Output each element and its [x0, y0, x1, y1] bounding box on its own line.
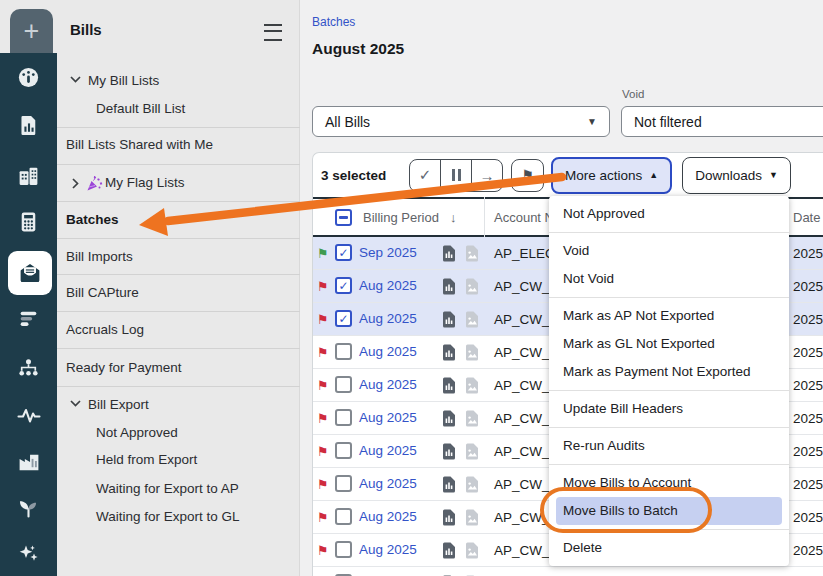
flag-icon[interactable]: ⚑: [317, 311, 329, 328]
flag-icon[interactable]: ⚑: [317, 245, 329, 262]
bill-image-icon[interactable]: [465, 410, 479, 427]
bill-report-icon[interactable]: [442, 410, 456, 427]
bill-image-icon[interactable]: [465, 509, 479, 526]
menu-item-void[interactable]: Void: [549, 237, 789, 265]
sidebar-item-default-bill-list[interactable]: Default Bill List: [57, 95, 300, 123]
row-checkbox[interactable]: [335, 277, 352, 294]
row-checkbox[interactable]: [335, 442, 352, 459]
bill-report-icon[interactable]: [442, 344, 456, 361]
accruals-list-icon[interactable]: [0, 307, 57, 330]
flag-icon[interactable]: ⚑: [317, 377, 329, 394]
billing-period-link[interactable]: Aug 2025: [359, 542, 417, 557]
bill-image-icon[interactable]: [465, 476, 479, 493]
sidebar-item-not-approved[interactable]: Not Approved: [57, 419, 300, 447]
bill-image-icon[interactable]: [465, 245, 479, 262]
bill-report-icon[interactable]: [442, 245, 456, 262]
row-checkbox[interactable]: [335, 409, 352, 426]
sidebar-item-waiting-export-ap[interactable]: Waiting for Export to AP: [57, 475, 300, 503]
billing-period-link[interactable]: Sep 2025: [359, 245, 417, 260]
sidebar-item-accruals-log[interactable]: Accruals Log: [57, 316, 300, 344]
billing-period-link[interactable]: Aug 2025: [359, 344, 417, 359]
billing-period-link[interactable]: Aug 2025: [359, 311, 417, 326]
sort-descending-icon[interactable]: ↓: [450, 210, 457, 225]
sidebar-item-waiting-export-gl[interactable]: Waiting for Export to GL: [57, 503, 300, 531]
bill-report-icon[interactable]: [442, 377, 456, 394]
flag-icon[interactable]: ⚑: [317, 410, 329, 427]
approve-button[interactable]: ✓: [410, 160, 440, 191]
billing-period-link[interactable]: Aug 2025: [359, 443, 417, 458]
bill-image-icon[interactable]: [465, 443, 479, 460]
menu-item-not-approved[interactable]: Not Approved: [549, 200, 789, 228]
row-checkbox[interactable]: [335, 244, 352, 261]
menu-item-update-bill-headers[interactable]: Update Bill Headers: [549, 395, 789, 423]
bill-image-icon[interactable]: [465, 542, 479, 559]
billing-period-link[interactable]: Aug 2025: [359, 377, 417, 392]
factory-icon[interactable]: [0, 450, 57, 473]
sidebar-item-bill-lists-shared[interactable]: Bill Lists Shared with Me: [57, 131, 300, 159]
activity-pulse-icon[interactable]: [0, 404, 57, 427]
bill-report-icon[interactable]: [442, 509, 456, 526]
flag-icon[interactable]: ⚑: [317, 476, 329, 493]
sidebar-item-bill-imports[interactable]: Bill Imports: [57, 243, 300, 271]
billing-period-header[interactable]: Billing Period: [363, 210, 439, 225]
account-header[interactable]: Account N: [494, 210, 554, 225]
billing-period-link[interactable]: Aug 2025: [359, 509, 417, 524]
flag-icon[interactable]: ⚑: [317, 542, 329, 559]
table-row[interactable]: ⚑ Aug 2025 AP_CW_AI: [313, 567, 823, 576]
sidebar-item-held-from-export[interactable]: Held from Export: [57, 446, 300, 474]
row-checkbox[interactable]: [335, 475, 352, 492]
gauge-dashboard-icon[interactable]: [0, 66, 57, 89]
flag-icon[interactable]: ⚑: [317, 443, 329, 460]
hamburger-menu-icon[interactable]: [264, 24, 282, 41]
hold-button[interactable]: [440, 160, 471, 191]
row-checkbox[interactable]: [335, 508, 352, 525]
menu-item-mark-ap-not-exported[interactable]: Mark as AP Not Exported: [549, 302, 789, 330]
billing-period-link[interactable]: Aug 2025: [359, 278, 417, 293]
calculator-icon[interactable]: [0, 210, 57, 234]
bill-report-icon[interactable]: [442, 443, 456, 460]
bill-report-icon[interactable]: [442, 542, 456, 559]
row-checkbox[interactable]: [335, 343, 352, 360]
sidebar-item-bill-export[interactable]: Bill Export: [57, 391, 300, 419]
downloads-button[interactable]: Downloads ▼: [682, 157, 791, 194]
flag-icon[interactable]: ⚑: [317, 344, 329, 361]
bill-list-filter-select[interactable]: All Bills ▼: [312, 106, 610, 137]
select-all-checkbox[interactable]: [335, 209, 352, 226]
org-chart-icon[interactable]: [0, 356, 57, 379]
sparkles-icon[interactable]: [0, 542, 57, 566]
bills-envelope-icon-active[interactable]: [8, 251, 52, 295]
billing-period-link[interactable]: Aug 2025: [359, 476, 417, 491]
flag-icon[interactable]: ⚑: [317, 278, 329, 295]
bill-image-icon[interactable]: [465, 278, 479, 295]
sidebar-item-my-flag-lists[interactable]: My Flag Lists: [57, 169, 300, 197]
menu-item-re-run-audits[interactable]: Re-run Audits: [549, 432, 789, 460]
export-button[interactable]: →: [471, 160, 502, 191]
buildings-icon[interactable]: [0, 164, 57, 187]
bill-report-icon[interactable]: [442, 278, 456, 295]
report-document-icon[interactable]: [0, 114, 57, 137]
sidebar-item-bill-capture[interactable]: Bill CAPture: [57, 279, 300, 307]
plant-icon[interactable]: [0, 496, 57, 519]
menu-item-not-void[interactable]: Not Void: [549, 265, 789, 293]
bill-image-icon[interactable]: [465, 377, 479, 394]
bill-report-icon[interactable]: [442, 311, 456, 328]
sidebar-item-ready-for-payment[interactable]: Ready for Payment: [57, 354, 300, 382]
row-checkbox[interactable]: [335, 376, 352, 393]
void-filter-select[interactable]: Not filtered: [621, 106, 823, 137]
menu-item-delete[interactable]: Delete: [549, 534, 789, 562]
menu-item-mark-gl-not-exported[interactable]: Mark as GL Not Exported: [549, 330, 789, 358]
bill-image-icon[interactable]: [465, 311, 479, 328]
flag-icon[interactable]: ⚑: [317, 509, 329, 526]
add-button[interactable]: +: [10, 9, 53, 53]
more-actions-button[interactable]: More actions ▲: [551, 157, 672, 194]
sidebar-item-my-bill-lists[interactable]: My Bill Lists: [57, 67, 300, 95]
flag-button[interactable]: ⚑: [511, 159, 544, 192]
bill-image-icon[interactable]: [465, 344, 479, 361]
row-checkbox[interactable]: [335, 310, 352, 327]
row-checkbox[interactable]: [335, 541, 352, 558]
menu-item-mark-payment-not-exported[interactable]: Mark as Payment Not Exported: [549, 358, 789, 386]
bill-report-icon[interactable]: [442, 476, 456, 493]
billing-period-link[interactable]: Aug 2025: [359, 410, 417, 425]
breadcrumb-batches[interactable]: Batches: [312, 15, 355, 29]
date-header[interactable]: Date: [793, 210, 820, 225]
